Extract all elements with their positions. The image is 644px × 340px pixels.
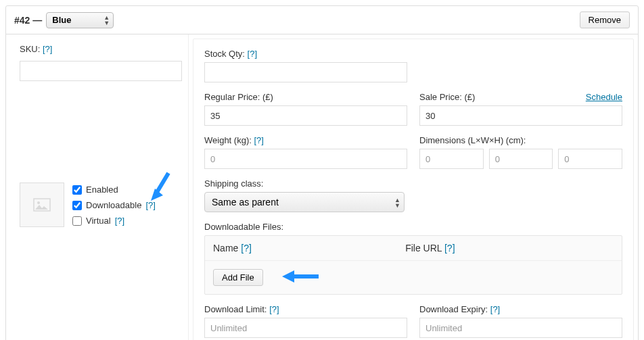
downloadable-help-icon[interactable]: [?] — [145, 200, 155, 210]
download-limit-input[interactable] — [204, 318, 407, 338]
width-input[interactable] — [489, 149, 553, 169]
shipping-class-label: Shipping class: — [204, 178, 622, 189]
variation-id: #42 — — [14, 15, 42, 26]
sale-price-label: Sale Price: (£) — [419, 92, 475, 102]
downloadable-files-table: Name [?] File URL [?] Add File — [204, 235, 622, 295]
stock-help-icon[interactable]: [?] — [248, 49, 257, 59]
dl-name-help-icon[interactable]: [?] — [241, 243, 252, 253]
annotation-arrow-icon — [279, 268, 320, 287]
virtual-label: Virtual — [86, 216, 111, 226]
sku-help-icon[interactable]: [?] — [43, 44, 52, 54]
download-expiry-input[interactable] — [419, 318, 622, 338]
shipping-class-select[interactable]: Same as parent — [204, 192, 405, 212]
dl-url-header: File URL — [405, 243, 442, 253]
downloadable-checkbox[interactable] — [72, 201, 82, 210]
svg-point-0 — [37, 201, 40, 204]
enabled-checkbox[interactable] — [72, 185, 82, 195]
dl-name-header: Name — [213, 243, 238, 253]
attribute-select-wrap: Blue ▲▼ — [46, 12, 114, 28]
virtual-checkbox[interactable] — [72, 216, 82, 226]
download-expiry-label: Download Expiry: — [419, 304, 488, 314]
download-limit-help-icon[interactable]: [?] — [269, 304, 279, 314]
schedule-link[interactable]: Schedule — [586, 92, 622, 102]
attribute-select[interactable]: Blue — [46, 12, 114, 28]
weight-label: Weight (kg): — [204, 135, 252, 145]
dimensions-label: Dimensions (L×W×H) (cm): — [419, 135, 622, 145]
downloadable-label: Downloadable — [86, 200, 141, 210]
stock-label: Stock Qty: — [204, 49, 245, 59]
enabled-checkbox-row[interactable]: Enabled — [72, 185, 156, 195]
left-column: SKU: [?] Enabled Downloadable [?] — [6, 34, 189, 340]
weight-input[interactable] — [204, 149, 407, 169]
download-expiry-help-icon[interactable]: [?] — [490, 304, 500, 314]
stock-qty-input[interactable] — [204, 62, 407, 82]
add-file-button[interactable]: Add File — [213, 269, 263, 286]
enabled-label: Enabled — [86, 185, 118, 195]
virtual-help-icon[interactable]: [?] — [115, 216, 124, 226]
sku-label: SKU: — [20, 44, 40, 54]
variation-panel: #42 — Blue ▲▼ Remove SKU: [?] — [5, 5, 639, 340]
variation-image-placeholder[interactable] — [20, 183, 64, 227]
regular-price-label: Regular Price: (£) — [204, 92, 407, 102]
dl-url-help-icon[interactable]: [?] — [444, 243, 455, 253]
remove-button[interactable]: Remove — [580, 11, 630, 28]
download-limit-label: Download Limit: — [204, 304, 267, 314]
height-input[interactable] — [558, 149, 622, 169]
right-column: Stock Qty: [?] Regular Price: (£) Sale P… — [193, 39, 634, 340]
weight-help-icon[interactable]: [?] — [254, 135, 263, 145]
regular-price-input[interactable] — [204, 105, 407, 126]
variation-header: #42 — Blue ▲▼ Remove — [6, 6, 638, 34]
sku-input[interactable] — [20, 61, 182, 81]
downloadable-checkbox-row[interactable]: Downloadable [?] — [72, 200, 156, 210]
length-input[interactable] — [419, 149, 484, 169]
downloadable-files-label: Downloadable Files: — [204, 222, 622, 232]
sale-price-input[interactable] — [419, 105, 622, 126]
virtual-checkbox-row[interactable]: Virtual [?] — [72, 216, 156, 226]
